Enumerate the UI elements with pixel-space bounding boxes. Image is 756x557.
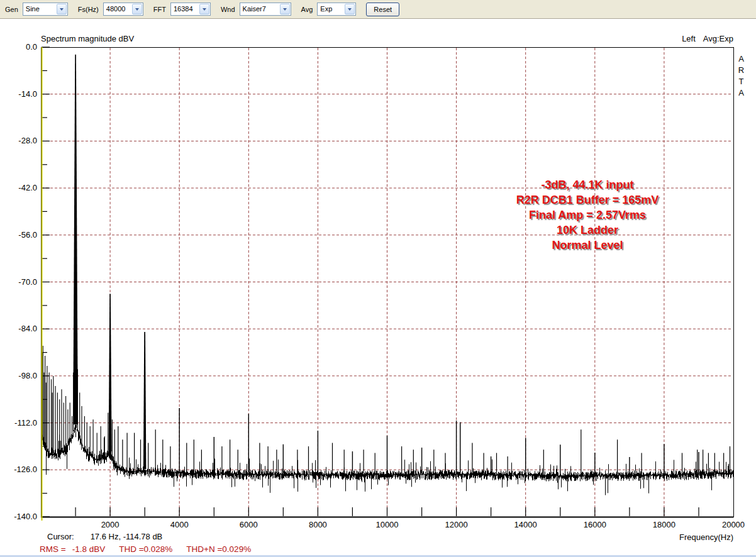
chevron-down-icon xyxy=(203,8,206,13)
x-tick-label: 18000 xyxy=(642,520,686,529)
x-tick-label: 14000 xyxy=(504,520,548,529)
annotation-block: -3dB, 44.1K inputR2R DCB1 Buffer = 165mV… xyxy=(452,177,723,253)
x-tick-label: 16000 xyxy=(573,520,617,529)
x-tick-label: 8000 xyxy=(296,520,340,529)
plot-title: Spectrum magnitude dBV xyxy=(41,34,134,43)
wnd-label: Wnd xyxy=(221,6,235,13)
fs-dropdown-button[interactable] xyxy=(132,4,142,14)
gen-field: Gen Sine xyxy=(5,3,68,16)
y-tick-label: -140.0 xyxy=(0,512,37,521)
annotation-line: 10K Ladder xyxy=(452,223,723,238)
y-tick-label: -14.0 xyxy=(0,89,37,99)
y-tick-label: 0.0 xyxy=(0,42,37,52)
y-tick-label: -112.0 xyxy=(0,418,37,427)
spectrum-plot[interactable] xyxy=(41,47,735,527)
annotation-line: Normal Level xyxy=(452,238,723,253)
spectrum-panel: Spectrum magnitude dBV LeftAvg:Exp ARTA … xyxy=(0,19,756,557)
wnd-dropdown-button[interactable] xyxy=(280,4,290,14)
x-tick-label: 20000 xyxy=(711,520,755,529)
fft-label: FFT xyxy=(153,6,166,13)
fft-value: 16384 xyxy=(174,5,193,13)
fs-field: Fs(Hz) 48000 xyxy=(78,3,143,16)
x-tick-label: 10000 xyxy=(365,520,409,529)
y-tick-label: -42.0 xyxy=(0,183,37,192)
wnd-combobox[interactable]: Kaiser7 xyxy=(240,3,291,16)
annotation-line: Final Amp = 2.57Vrms xyxy=(452,207,723,223)
y-tick-label: -84.0 xyxy=(0,324,37,333)
fft-combobox[interactable]: 16384 xyxy=(170,3,211,16)
chevron-down-icon xyxy=(60,8,64,13)
toolbar: Gen Sine Fs(Hz) 48000 FFT 16384 Wnd Kais… xyxy=(0,0,756,19)
chevron-down-icon xyxy=(283,8,287,13)
cursor-readout: Cursor:17.6 Hz, -114.78 dB xyxy=(47,532,162,541)
x-tick-label: 6000 xyxy=(226,520,270,529)
channel-label: Left xyxy=(682,34,696,43)
annotation-line: R2R DCB1 Buffer = 165mV xyxy=(452,192,723,207)
wnd-value: Kaiser7 xyxy=(243,5,266,13)
gen-label: Gen xyxy=(5,6,18,13)
rms-value: -1.8 dBV xyxy=(72,544,106,554)
wnd-field: Wnd Kaiser7 xyxy=(221,3,291,16)
x-tick-label: 2000 xyxy=(88,520,132,529)
fs-label: Fs(Hz) xyxy=(78,6,99,13)
chevron-down-icon xyxy=(348,8,352,13)
fft-dropdown-button[interactable] xyxy=(199,4,209,14)
arta-logo: ARTA xyxy=(737,54,746,99)
cursor-value: 17.6 Hz, -114.78 dB xyxy=(91,532,163,541)
arta-spectrum-window: Gen Sine Fs(Hz) 48000 FFT 16384 Wnd Kais… xyxy=(0,0,756,557)
fft-field: FFT 16384 xyxy=(153,3,211,16)
annotation-line: -3dB, 44.1K input xyxy=(452,177,723,192)
y-tick-label: -126.0 xyxy=(0,465,37,474)
avg-field: Avg Exp xyxy=(301,3,357,16)
avg-combobox[interactable]: Exp xyxy=(317,3,356,16)
avg-dropdown-button[interactable] xyxy=(345,4,355,14)
gen-dropdown-button[interactable] xyxy=(57,4,67,14)
x-axis-title: Frequency(Hz) xyxy=(679,532,733,542)
fs-combobox[interactable]: 48000 xyxy=(103,3,143,16)
y-tick-label: -28.0 xyxy=(0,136,37,145)
y-tick-label: -70.0 xyxy=(0,277,37,287)
avg-label: Avg xyxy=(301,6,313,13)
gen-value: Sine xyxy=(26,5,40,13)
channel-avg-info: LeftAvg:Exp xyxy=(682,34,733,43)
gen-combobox[interactable]: Sine xyxy=(23,3,68,16)
reset-button[interactable]: Reset xyxy=(366,3,399,16)
cursor-label: Cursor: xyxy=(47,532,74,541)
y-tick-label: -98.0 xyxy=(0,371,37,380)
rms-label: RMS = xyxy=(40,544,66,554)
thd-value: THD =0.028% xyxy=(119,544,172,554)
avg-mode-label: Avg:Exp xyxy=(703,34,733,43)
avg-value: Exp xyxy=(320,5,332,13)
x-tick-label: 12000 xyxy=(435,520,479,529)
fs-value: 48000 xyxy=(106,5,126,13)
y-tick-label: -56.0 xyxy=(0,230,37,240)
chevron-down-icon xyxy=(135,8,139,13)
rms-thd-readout: RMS =-1.8 dBVTHD =0.028%THD+N =0.029% xyxy=(40,544,251,554)
thdn-value: THD+N =0.029% xyxy=(186,544,251,554)
x-tick-label: 4000 xyxy=(157,520,201,529)
